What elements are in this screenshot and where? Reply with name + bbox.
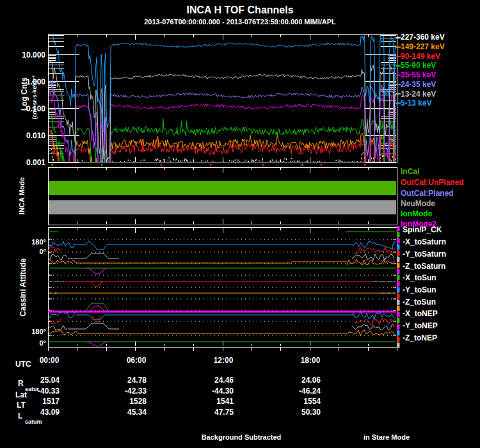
flux-ytick-0001: 0.001 xyxy=(11,158,45,167)
attitude-ytick-0-top: 0° xyxy=(17,248,46,255)
legend-energy-227-360: 227-360 keV xyxy=(401,33,445,42)
legend-energy-149-227: 149-227 keV xyxy=(401,43,445,51)
legend-mode-ionmode: IonMode xyxy=(401,210,432,218)
attitude-ytick-180-bot: 180° xyxy=(17,328,46,335)
eph-label-l-sub: satum xyxy=(25,419,42,425)
attitude-axis-title: Cassini Attitude xyxy=(19,259,28,317)
legend-mode-neumode: NeuMode xyxy=(401,200,435,208)
eph-l-2: 47.75 xyxy=(185,408,234,417)
legend-att-spin: Spin/P_CK xyxy=(403,226,442,234)
legend-energy-90-149: 90-149 keV xyxy=(401,52,440,61)
eph-l-0: 43.09 xyxy=(11,408,60,417)
eph-lat-0: -40.33 xyxy=(11,387,60,396)
eph-r-1: 24.78 xyxy=(98,376,147,385)
attitude-ytick-180-top: 180° xyxy=(17,238,46,246)
eph-lt-0: 1517 xyxy=(11,397,60,406)
eph-l-1: 45.34 xyxy=(98,408,147,417)
legend-energy-35-55: 35-55 keV xyxy=(401,71,436,79)
eph-r-2: 24.46 xyxy=(185,376,234,385)
utc-tick-0000: 00:00 xyxy=(25,356,74,365)
legend-att-y-sun: -Y_toSun xyxy=(403,286,436,294)
legend-att-x-sun: -X_toSun xyxy=(403,274,436,282)
flux-ytick-001: 0.010 xyxy=(11,131,45,140)
page-subtitle: 2013-076T00:00:00.000 - 2013-076T23:59:0… xyxy=(144,18,336,26)
utc-tick-1200: 12:00 xyxy=(199,356,248,365)
mode-axis-title: INCA Mode xyxy=(18,177,26,214)
utc-tick-1800: 18:00 xyxy=(286,356,335,365)
legend-att-z-nep: -Z_toNEP xyxy=(403,334,437,342)
flux-axis-title: Log Cnts xyxy=(20,77,29,111)
legend-energy-5-13: 5-13 keV xyxy=(401,99,432,108)
legend-mode-outcal-planed: OutCal:Planed xyxy=(401,189,454,198)
flux-axis-units: (cm²-sr-s-keV)⁻¹ xyxy=(31,76,38,119)
legend-att-x-nep: -X_toNEP xyxy=(403,310,438,318)
legend-att-z-saturn: -Z_toSaturn xyxy=(403,262,445,271)
utc-tick-0600: 06:00 xyxy=(112,356,161,365)
legend-att-x-saturn: -X_toSaturn xyxy=(403,238,446,246)
eph-r-3: 24.06 xyxy=(272,376,321,385)
legend-energy-13-24: 13-24 keV xyxy=(401,90,436,99)
eph-lt-1: 1528 xyxy=(98,397,147,406)
attitude-ytick-0-bot: 0° xyxy=(17,339,46,347)
legend-energy-55-90: 55-90 keV xyxy=(401,61,436,70)
legend-att-z-sun: -Z_toSun xyxy=(403,298,436,307)
footer-background-subtracted: Background Subtracted xyxy=(202,433,282,441)
inca-summary-plot: { "title": "INCA H TOF Channels", "subti… xyxy=(0,0,480,448)
eph-lat-1: -42.33 xyxy=(98,387,147,396)
eph-lt-2: 1541 xyxy=(185,397,234,406)
page-title: INCA H TOF Channels xyxy=(186,4,293,16)
eph-lt-3: 1554 xyxy=(272,397,321,406)
legend-mode-incal: InCal xyxy=(401,168,419,176)
legend-att-y-saturn: -Y_toSaturn xyxy=(403,250,446,259)
flux-ytick-10: 10.000 xyxy=(11,51,45,60)
footer-stare-mode: in Stare Mode xyxy=(364,433,410,441)
legend-att-y-nep: -Y_toNEP xyxy=(403,322,438,330)
eph-r-0: 25.04 xyxy=(11,376,60,385)
legend-energy-24-35: 24-35 keV xyxy=(401,81,436,89)
legend-mode-outcal-unplaned: OutCal:UnPlaned xyxy=(401,179,464,187)
eph-lat-3: -46.24 xyxy=(272,387,321,396)
eph-lat-2: -44.30 xyxy=(185,387,234,396)
eph-l-3: 50.30 xyxy=(272,408,321,417)
